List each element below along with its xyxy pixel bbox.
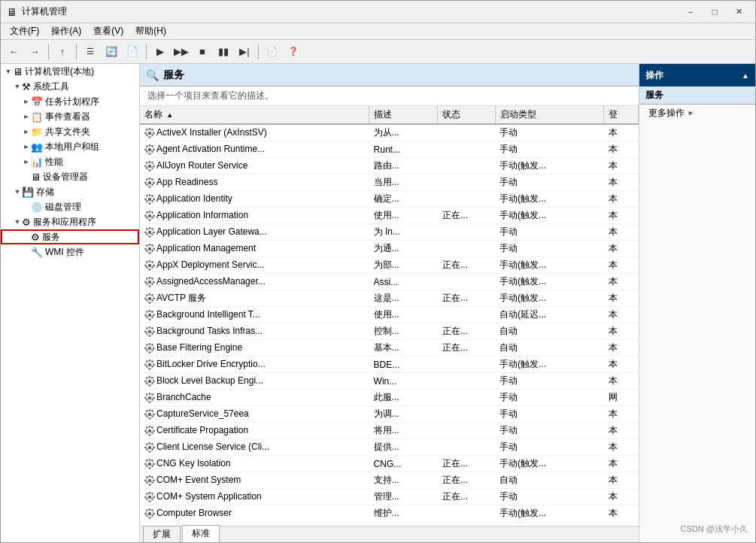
service-desc: 为通...	[369, 241, 438, 257]
sidebar-item-local-users[interactable]: ► 👥 本地用户和组	[1, 139, 139, 154]
maximize-button[interactable]: □	[704, 5, 725, 20]
expand-services-apps[interactable]: ▼	[13, 217, 22, 226]
export-button[interactable]: 📄	[123, 43, 142, 61]
table-row[interactable]: Base Filtering Engine基本...正在...自动本	[140, 340, 639, 356]
col-desc[interactable]: 描述	[369, 106, 438, 124]
sidebar-item-storage[interactable]: ▼ 💾 存储	[1, 184, 139, 199]
toolbar: ← → ↑ ☰ 🔄 📄 ▶ ▶▶ ■ ▮▮ ▶| 📄 ❓	[1, 40, 755, 64]
up-button[interactable]: ↑	[53, 43, 72, 61]
stop-button[interactable]: ■	[193, 43, 212, 61]
col-startup[interactable]: 启动类型	[495, 106, 604, 124]
show-hide-console-tree[interactable]: ☰	[80, 43, 100, 61]
expand-system-tools[interactable]: ▼	[13, 82, 22, 91]
service-desc: CNG...	[369, 456, 438, 472]
skip-button[interactable]: ▶|	[235, 43, 254, 61]
service-status: 正在...	[438, 489, 495, 505]
pause-button[interactable]: ▮▮	[214, 43, 233, 61]
table-row[interactable]: BranchCache此服...手动网	[140, 390, 639, 406]
table-row[interactable]: Application Identity确定...手动(触发...本	[140, 191, 639, 208]
right-action-more[interactable]: 更多操作 ►	[639, 105, 755, 121]
window-icon: 🖥	[7, 6, 17, 18]
sidebar-item-services-apps[interactable]: ▼ ⚙ 服务和应用程序	[1, 214, 139, 229]
sidebar-item-root[interactable]: ▼ 🖥 计算机管理(本地)	[1, 64, 139, 79]
expand-local-users[interactable]: ►	[22, 142, 31, 151]
table-row[interactable]: Client License Service (Cli...提供...手动本	[140, 439, 639, 456]
service-gear-icon	[144, 177, 156, 187]
help-button[interactable]: ❓	[284, 43, 303, 61]
close-button[interactable]: ✕	[728, 5, 749, 20]
sidebar-item-wmi[interactable]: 🔧 WMI 控件	[1, 244, 139, 259]
sidebar-item-shared-folders[interactable]: ► 📁 共享文件夹	[1, 124, 139, 139]
description-text: 选择一个项目来查看它的描述。	[147, 90, 274, 101]
table-row[interactable]: CNG Key IsolationCNG...正在...手动(触发...本	[140, 456, 639, 472]
sidebar-item-event-viewer[interactable]: ► 📋 事件查看器	[1, 109, 139, 124]
table-row[interactable]: CaptureService_57eea为调...手动本	[140, 406, 639, 423]
table-row[interactable]: AppX Deployment Servic...为部...正在...手动(触发…	[140, 257, 639, 274]
table-row[interactable]: Background Tasks Infras...控制...正在...自动本	[140, 323, 639, 340]
table-row[interactable]: Agent Activation Runtime...Runt...手动本	[140, 141, 639, 158]
service-desc: 确定...	[369, 191, 438, 208]
svg-point-19	[148, 446, 151, 449]
table-row[interactable]: AllJoyn Router Service路由...手动(触发...本	[140, 158, 639, 174]
expand-event-viewer[interactable]: ►	[22, 112, 31, 121]
service-startup: 手动(触发...	[495, 456, 604, 472]
performance-label: 性能	[45, 156, 63, 168]
minimize-button[interactable]: −	[680, 5, 701, 20]
sidebar-item-services[interactable]: ⚙ 服务	[1, 229, 139, 244]
tab-extend[interactable]: 扩展	[143, 526, 181, 542]
menu-help[interactable]: 帮助(H)	[129, 23, 172, 39]
table-row[interactable]: ActiveX Installer (AxInstSV)为从...手动本	[140, 124, 639, 141]
table-row[interactable]: App Readiness当用...手动本	[140, 174, 639, 191]
separator-1	[48, 44, 49, 59]
play-button[interactable]: ▶	[150, 43, 170, 61]
service-startup: 手动	[495, 141, 604, 158]
table-row[interactable]: Application Information使用...正在...手动(触发..…	[140, 208, 639, 224]
table-row[interactable]: AssignedAccessManager...Assi...手动(触发...本	[140, 274, 639, 290]
service-name: ActiveX Installer (AxInstSV)	[156, 127, 267, 138]
table-row[interactable]: Computer Browser维护...手动(触发...本	[140, 505, 639, 522]
services-table-wrapper[interactable]: 名称 ▲ 描述 状态 启动类型 登 ActiveX Installer (AxI…	[140, 106, 639, 526]
service-gear-icon	[144, 276, 156, 287]
expand-storage[interactable]: ▼	[13, 187, 22, 196]
table-row[interactable]: Background Intelligent T...使用...自动(延迟...…	[140, 307, 639, 323]
col-name[interactable]: 名称 ▲	[140, 106, 369, 124]
table-row[interactable]: COM+ System Application管理...正在...手动本	[140, 489, 639, 505]
expand-root[interactable]: ▼	[4, 67, 13, 76]
table-row[interactable]: Certificate Propagation将用...手动本	[140, 423, 639, 439]
tab-bar: 扩展 标准	[140, 526, 639, 542]
local-users-label: 本地用户和组	[45, 141, 99, 153]
table-row[interactable]: AVCTP 服务这是...正在...手动(触发...本	[140, 290, 639, 307]
back-button[interactable]: ←	[4, 43, 23, 61]
right-panel-header: 操作 ▲	[639, 64, 755, 86]
table-row[interactable]: Application Management为通...手动本	[140, 241, 639, 257]
expand-performance[interactable]: ►	[22, 157, 31, 166]
properties-button[interactable]: 📄	[263, 43, 282, 61]
service-name: Application Information	[156, 210, 248, 220]
expand-task-scheduler[interactable]: ►	[22, 97, 31, 106]
service-gear-icon	[144, 425, 156, 435]
forward-button[interactable]: →	[25, 43, 44, 61]
tab-standard[interactable]: 标准	[182, 525, 220, 542]
menu-action[interactable]: 操作(A)	[45, 23, 87, 39]
play-fast-button[interactable]: ▶▶	[172, 43, 191, 61]
right-header-collapse-icon[interactable]: ▲	[742, 71, 749, 80]
service-startup: 自动	[495, 472, 604, 489]
svg-point-13	[148, 347, 151, 350]
table-row[interactable]: BitLocker Drive Encryptio...BDE...手动(触发.…	[140, 356, 639, 373]
menu-file[interactable]: 文件(F)	[4, 23, 45, 39]
sidebar-item-system-tools[interactable]: ▼ ⚒ 系统工具	[1, 79, 139, 94]
device-manager-icon: 🖥	[31, 171, 41, 183]
col-status[interactable]: 状态	[438, 106, 495, 124]
col-login[interactable]: 登	[604, 106, 639, 124]
table-row[interactable]: Application Layer Gatewa...为 In...手动本	[140, 224, 639, 241]
table-row[interactable]: COM+ Event System支持...正在...自动本	[140, 472, 639, 489]
sidebar-item-disk-management[interactable]: 💿 磁盘管理	[1, 199, 139, 214]
sidebar-item-device-manager[interactable]: 🖥 设备管理器	[1, 169, 139, 184]
expand-shared-folders[interactable]: ►	[22, 127, 31, 136]
system-tools-icon: ⚒	[22, 81, 31, 93]
table-row[interactable]: Block Level Backup Engi...Win...手动本	[140, 373, 639, 390]
refresh-button[interactable]: 🔄	[102, 43, 121, 61]
menu-view[interactable]: 查看(V)	[87, 23, 129, 39]
sidebar-item-performance[interactable]: ► 📊 性能	[1, 154, 139, 169]
sidebar-item-task-scheduler[interactable]: ► 📅 任务计划程序	[1, 94, 139, 109]
